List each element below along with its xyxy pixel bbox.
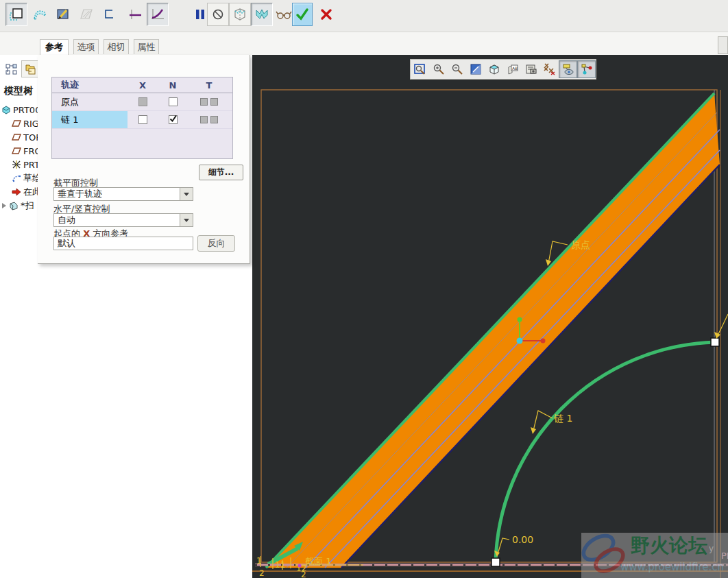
display-style-icon (488, 63, 500, 75)
flip-button[interactable]: 反向 (197, 235, 235, 252)
datum-plane-icon (12, 119, 21, 128)
variable-section-button[interactable] (147, 3, 169, 26)
repaint-icon (470, 63, 482, 75)
model-view: 原点 链 1 0.00 截面 1 1 2 11 12 2 y PI 野火论坛 (252, 55, 728, 578)
watermark-title: 野火论坛 (631, 534, 707, 557)
datum-display-off-icon (544, 63, 556, 75)
wireframe-preview-icon (232, 7, 247, 22)
sweep-mid-edge (287, 112, 717, 568)
details-button[interactable]: 细节... (199, 165, 243, 180)
zoom-in-icon (433, 63, 445, 75)
svg-text:1: 1 (256, 556, 262, 566)
tree-view-button[interactable] (3, 60, 20, 77)
row-label[interactable]: 原点 (52, 96, 128, 108)
named-views-icon: AB (507, 63, 519, 75)
tab-properties[interactable]: 属性 (134, 39, 159, 54)
horizontal-vertical-control-dropdown[interactable]: 自动 (53, 213, 193, 227)
sketch-edit-button[interactable] (52, 3, 74, 26)
surface-icon (32, 7, 47, 22)
chain-label[interactable]: 链 1 (553, 413, 572, 424)
section-plane-control-dropdown[interactable]: 垂直于轨迹 (53, 187, 193, 201)
sweep-edge-navy (341, 165, 720, 568)
datum-display-button[interactable] (540, 60, 559, 78)
tab-tangency[interactable]: 相切 (104, 39, 129, 54)
thin-icon (102, 7, 117, 22)
checkbox-n-checked[interactable] (169, 115, 178, 124)
constant-section-button[interactable] (125, 3, 147, 26)
no-preview-button[interactable] (207, 3, 229, 26)
checkbox-t2 (210, 98, 218, 106)
zoom-window-button[interactable] (411, 60, 429, 78)
view-manager-button[interactable] (522, 60, 540, 78)
view-toolbar: AB (410, 59, 596, 80)
origin-label[interactable]: 原点 (571, 239, 590, 250)
datum-plane-frame[interactable] (261, 90, 717, 562)
sweep-edge-periwinkle-2 (325, 150, 720, 568)
constant-section-icon (128, 7, 143, 22)
table-row-origin[interactable]: 原点 (52, 93, 232, 111)
ok-button[interactable] (292, 3, 313, 26)
svg-text:AB: AB (512, 66, 518, 71)
view-manager-icon (525, 63, 537, 75)
table-row-chain1[interactable]: 链 1 (52, 111, 232, 129)
solid-button[interactable] (5, 3, 27, 26)
sweep-icon (9, 201, 19, 210)
solid-icon (9, 7, 24, 22)
chevron-down-icon[interactable] (180, 214, 193, 226)
named-views-button[interactable]: AB (503, 60, 522, 78)
section-label[interactable]: 截面 1 (305, 556, 331, 566)
csys-display-button[interactable] (577, 60, 596, 78)
variable-section-icon (150, 7, 165, 22)
checkbox-t1 (200, 98, 208, 106)
checkbox-n[interactable] (169, 97, 178, 106)
expand-arrow-icon[interactable] (1, 202, 8, 209)
check-glyph (169, 115, 178, 123)
tree-filters-button[interactable] (21, 60, 38, 77)
svg-text:11: 11 (275, 560, 285, 570)
x-direction-reference-field[interactable]: 默认 (53, 237, 193, 250)
origin-trajectory[interactable] (266, 93, 714, 568)
row-label-selected[interactable]: 链 1 (52, 111, 128, 128)
shaded-preview-button[interactable] (251, 3, 273, 26)
tab-options[interactable]: 选项 (73, 39, 99, 54)
repaint-button[interactable] (466, 60, 485, 78)
dimension-value[interactable]: 0.00 (512, 534, 533, 545)
thin-button[interactable] (99, 3, 121, 26)
handle-arc-start[interactable] (492, 558, 500, 566)
x-icon (319, 8, 333, 21)
cancel-button[interactable] (315, 3, 337, 26)
vertex-marker (298, 564, 302, 568)
csys-display-icon (581, 63, 593, 75)
datum-plane-icon (12, 132, 21, 142)
watermark-url: www.proewildfire.cn (620, 561, 724, 573)
surface-button[interactable] (29, 3, 51, 26)
graphics-area[interactable]: 原点 链 1 0.00 截面 1 1 2 11 12 2 y PI 野火论坛 (252, 55, 728, 578)
handle-arc-end[interactable] (711, 338, 719, 346)
pause-icon (193, 8, 207, 21)
datum-tag-display-button[interactable] (559, 60, 577, 78)
checkbox-x[interactable] (138, 115, 147, 124)
sketch-edit-icon (56, 7, 71, 22)
window-edge-button[interactable] (718, 36, 728, 54)
chevron-down-icon[interactable] (180, 188, 193, 200)
checkbox-t2 (210, 116, 218, 123)
datum-plane-icon (12, 146, 21, 156)
remove-material-button (75, 3, 97, 26)
chain-trajectory[interactable] (496, 342, 715, 562)
creo-window: 参考 选项 相切 属性 模型树 (0, 0, 728, 578)
datum-tag-icon (562, 63, 574, 75)
zoom-out-button[interactable] (448, 60, 466, 78)
panel-tabs: 参考 选项 相切 属性 (0, 32, 728, 55)
wireframe-preview-button[interactable] (229, 3, 251, 26)
sketch-icon (12, 173, 21, 183)
tab-references[interactable]: 参考 (40, 39, 69, 55)
zoom-in-button[interactable] (429, 60, 448, 78)
watermark: 野火论坛 www.proewildfire.cn (579, 531, 728, 578)
trajectory-table: 轨迹 X N T 原点 链 1 (51, 77, 233, 159)
display-style-button[interactable] (485, 60, 503, 78)
tree-view-icon (5, 63, 18, 75)
no-preview-icon (211, 8, 225, 21)
trajectory-table-header: 轨迹 X N T (52, 77, 232, 93)
svg-text:2: 2 (301, 570, 306, 578)
sweep-edge-periwinkle-1 (306, 130, 720, 568)
